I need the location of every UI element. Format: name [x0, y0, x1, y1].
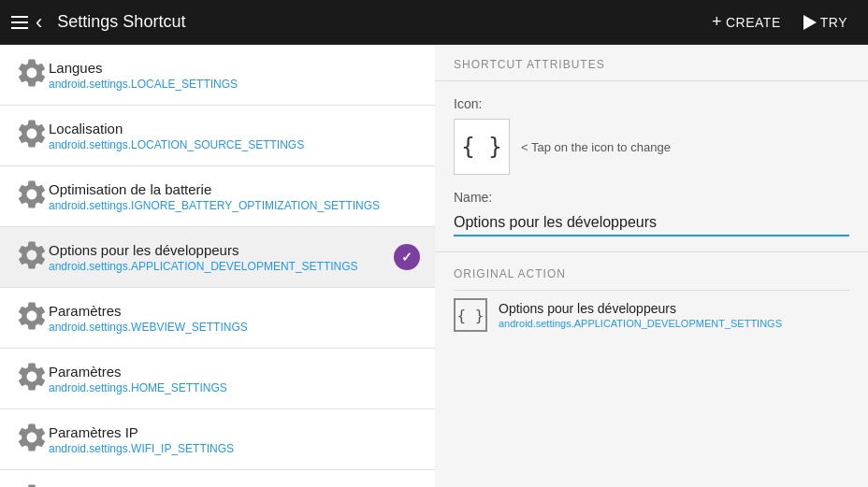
- icon-preview: { } < Tap on the icon to change: [454, 119, 849, 175]
- right-panel: SHORTCUT ATTRIBUTES Icon: { } < Tap on t…: [435, 45, 868, 487]
- list-item-text: Options pour les développeursandroid.set…: [49, 242, 386, 273]
- list-item-subtitle: android.settings.IGNORE_BATTERY_OPTIMIZA…: [49, 199, 420, 212]
- list-item-title: Optimisation de la batterie: [49, 181, 420, 197]
- gear-icon: [15, 481, 49, 487]
- gear-icon: [15, 299, 49, 337]
- list-item-subtitle: android.settings.LOCALE_SETTINGS: [49, 78, 420, 91]
- list-item-text: Optimisation de la batterieandroid.setti…: [49, 181, 420, 212]
- app-header: ‹ Settings Shortcut + CREATE TRY: [0, 0, 868, 45]
- back-icon[interactable]: ‹: [36, 12, 42, 33]
- name-input[interactable]: [454, 210, 849, 236]
- name-label: Name:: [454, 190, 849, 205]
- action-icon: { }: [454, 298, 487, 332]
- list-item-subtitle: android.settings.LOCATION_SOURCE_SETTING…: [49, 138, 420, 151]
- list-item-subtitle: android.settings.HOME_SETTINGS: [49, 381, 420, 394]
- action-text: Options pour les développeurs android.se…: [499, 301, 782, 329]
- list-item-text: Paramètresandroid.settings.HOME_SETTINGS: [49, 364, 420, 394]
- list-item-subtitle: android.settings.APPLICATION_DEVELOPMENT…: [49, 260, 386, 273]
- list-item-title: Paramètres: [49, 364, 420, 380]
- list-item[interactable]: Languesandroid.settings.LOCALE_SETTINGS: [0, 45, 435, 106]
- list-item-title: Paramètres: [49, 303, 420, 319]
- list-item-text: Paramètres IPandroid.settings.WIFI_IP_SE…: [49, 424, 420, 455]
- list-item-title: Langues: [49, 60, 420, 76]
- menu-icon[interactable]: [11, 16, 28, 29]
- shortcut-attributes-header: SHORTCUT ATTRIBUTES: [435, 45, 868, 81]
- list-item[interactable]: Optimisation de la batterieandroid.setti…: [0, 166, 435, 227]
- list-item[interactable]: Options pour les développeursandroid.set…: [0, 227, 435, 288]
- gear-icon: [15, 360, 49, 397]
- list-item-subtitle: android.settings.WIFI_IP_SETTINGS: [49, 442, 420, 455]
- create-button[interactable]: + CREATE: [702, 7, 790, 37]
- header-actions: + CREATE TRY: [702, 7, 857, 37]
- page-title: Settings Shortcut: [57, 12, 702, 32]
- attributes-section: Icon: { } < Tap on the icon to change Na…: [435, 81, 868, 251]
- checkmark-icon: ✓: [401, 250, 412, 265]
- play-icon: [803, 15, 817, 30]
- list-item-title: Options pour les développeurs: [49, 242, 386, 258]
- icon-label: Icon:: [454, 96, 849, 111]
- list-item-text: Paramètresandroid.settings.WEBVIEW_SETTI…: [49, 303, 420, 334]
- list-item-subtitle: android.settings.WEBVIEW_SETTINGS: [49, 321, 420, 334]
- try-button[interactable]: TRY: [794, 9, 857, 36]
- action-icon-symbol: { }: [457, 307, 485, 324]
- list-item-text: Localisationandroid.settings.LOCATION_SO…: [49, 121, 420, 151]
- list-item-title: Localisation: [49, 121, 420, 136]
- list-item[interactable]: Paramètresandroid.settings.HOME_SETTINGS: [0, 349, 435, 409]
- original-action-item: { } Options pour les développeurs androi…: [454, 298, 849, 332]
- plus-icon: +: [712, 12, 722, 32]
- list-item[interactable]: Paramètres de stockageandroid.settings.I…: [0, 470, 435, 487]
- list-item[interactable]: Localisationandroid.settings.LOCATION_SO…: [0, 106, 435, 166]
- icon-symbol: { }: [461, 134, 501, 160]
- action-subtitle: android.settings.APPLICATION_DEVELOPMENT…: [499, 318, 782, 329]
- list-item[interactable]: Paramètresandroid.settings.WEBVIEW_SETTI…: [0, 288, 435, 349]
- icon-selector[interactable]: { }: [454, 119, 510, 175]
- gear-icon: [15, 117, 49, 154]
- list-item[interactable]: Paramètres IPandroid.settings.WIFI_IP_SE…: [0, 409, 435, 470]
- selected-badge: ✓: [394, 244, 420, 270]
- try-label: TRY: [820, 15, 847, 30]
- gear-icon: [15, 421, 49, 458]
- gear-icon: [15, 56, 49, 93]
- create-label: CREATE: [726, 15, 781, 30]
- action-title: Options pour les développeurs: [499, 301, 782, 316]
- main-content: Languesandroid.settings.LOCALE_SETTINGS …: [0, 45, 868, 487]
- gear-icon: [15, 178, 49, 215]
- settings-list: Languesandroid.settings.LOCALE_SETTINGS …: [0, 45, 435, 487]
- list-item-text: Languesandroid.settings.LOCALE_SETTINGS: [49, 60, 420, 91]
- original-action-section: ORIGINAL ACTION { } Options pour les dév…: [435, 252, 868, 347]
- gear-icon: [15, 238, 49, 276]
- list-item-title: Paramètres IP: [49, 424, 420, 440]
- icon-hint: < Tap on the icon to change: [521, 140, 671, 154]
- original-action-header: ORIGINAL ACTION: [454, 267, 849, 291]
